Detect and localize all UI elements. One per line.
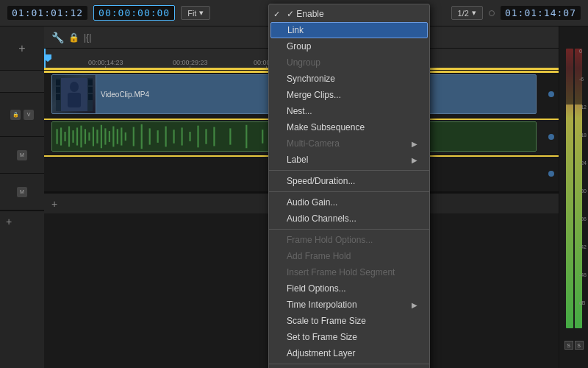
menu-item-ungroup: Ungroup [269,54,429,71]
menu-item-speed-duration[interactable]: Speed/Duration... [269,173,429,189]
svg-rect-39 [213,127,215,146]
svg-rect-28 [125,132,126,141]
svg-rect-30 [141,124,143,149]
track-header-row: + [0,26,44,71]
track-lock-button[interactable]: 🔒 [10,110,21,120]
svg-rect-37 [197,126,198,148]
svg-rect-4 [88,79,93,85]
svg-point-8 [70,82,79,92]
menu-separator-speed-duration [269,191,429,192]
meter-labels: 0 -6 -12 -18 -24 -30 -36 -42 -48 dB [579,49,587,315]
menu-item-audio-channels[interactable]: Audio Channels... [269,210,429,227]
menu-item-label: Label [287,155,308,165]
menu-item-set-to-frame-size[interactable]: Set to Frame Size [269,329,429,345]
svg-rect-19 [88,132,90,141]
svg-rect-27 [121,127,122,145]
menu-item-merge-clips[interactable]: Merge Clips... [269,87,429,103]
context-menu: ✓✓ EnableLinkGroupUngroupSynchronizeMerg… [268,4,430,368]
wrench-icon[interactable]: 🔧 [51,32,64,43]
chevron-down-icon-2: ▾ [472,8,476,18]
svg-rect-14 [68,127,70,147]
menu-item-scale-to-frame-size[interactable]: Scale to Frame Size [269,313,429,329]
menu-item-nest[interactable]: Nest... [269,103,429,119]
meter-label-12: -12 [579,105,587,132]
svg-rect-12 [60,127,62,145]
meter-s-button-right[interactable]: S [575,341,584,350]
menu-item-label: Field Options... [287,283,346,294]
menu-item-label: Insert Frame Hold Segment [287,267,395,277]
menu-item-label: Time Interpolation [287,300,357,310]
svg-rect-5 [88,87,93,93]
meter-label-48: -48 [579,272,587,300]
svg-rect-18 [85,129,86,144]
menu-item-label: Scale to Frame Size [287,316,366,326]
menu-item-label: Ungroup [287,57,320,68]
menu-item-frame-hold-options: Frame Hold Options... [269,232,429,248]
menu-item-label: Multi-Camera [287,138,340,149]
menu-item-time-interpolation[interactable]: Time Interpolation▶ [269,297,429,313]
meter-label-24: -24 [579,160,587,188]
meter-s-button-left[interactable]: S [564,341,573,350]
menu-item-adjustment-layer[interactable]: Adjustment Layer [269,345,429,361]
track-eye-button[interactable]: V [24,110,34,120]
svg-rect-40 [229,128,231,144]
meter-label-0: 0 [579,49,587,77]
a2-track-controls: M [0,174,44,210]
menu-item-audio-gain[interactable]: Audio Gain... [269,194,429,210]
magnet-icon[interactable]: |{| [84,32,91,43]
menu-item-make-subsequence[interactable]: Make Subsequence [269,119,429,135]
chevron-down-icon: ▾ [199,8,204,18]
submenu-arrow-icon: ▶ [412,301,417,309]
v1-track-controls: 🔒 V [0,93,44,137]
menu-item-link[interactable]: Link [270,22,428,38]
svg-rect-26 [117,129,118,144]
add-track-bottom-icon[interactable]: + [51,198,57,210]
menu-item-label: Make Subsequence [287,122,365,132]
meter-bottom-buttons: S S [561,341,587,350]
submenu-arrow-icon: ▶ [412,156,417,164]
svg-rect-29 [133,127,135,146]
submenu-arrow-icon: ▶ [412,140,417,148]
svg-rect-15 [72,130,74,143]
meter-label-30: -30 [579,188,587,216]
svg-rect-34 [173,130,175,144]
menu-item-enable[interactable]: ✓✓ Enable [269,6,429,22]
a1-track-controls: M [0,137,44,174]
add-track-button[interactable]: + [18,42,25,55]
lock-icon[interactable]: 🔒 [68,32,79,43]
audio-track-btn[interactable]: M [17,150,27,160]
svg-rect-36 [189,132,190,141]
menu-item-group[interactable]: Group [269,38,429,54]
menu-item-label: Merge Clips... [287,90,341,100]
svg-rect-17 [80,126,82,148]
timecode-right[interactable]: 01:01:14:07 [501,6,581,20]
audio-meter-panel: 0 -6 -12 -18 -24 -30 -36 -42 -48 dB S S [559,26,588,368]
meter-label-42: -42 [579,244,587,272]
svg-rect-38 [205,129,207,144]
timecode-center[interactable]: 00:00:00:00 [93,5,175,21]
svg-rect-6 [88,94,93,100]
audio-track-btn-2[interactable]: M [17,187,27,197]
add-track-bottom[interactable]: + [0,211,44,232]
meter-label-36: -36 [579,216,587,244]
half-dropdown[interactable]: 1/2 ▾ [451,6,483,20]
menu-item-label[interactable]: Label▶ [269,152,429,168]
track-controls: + 🔒 V M M + [0,26,44,368]
meter-label-6: -6 [579,77,587,105]
meter-label-18: -18 [579,132,587,160]
menu-item-field-options[interactable]: Field Options... [269,280,429,297]
menu-item-label: Adjustment Layer [287,348,355,358]
timecode-left[interactable]: 01:01:01:12 [7,6,87,20]
video-clip-label: VideoClip.MP4 [96,91,154,99]
svg-rect-9 [68,93,81,107]
svg-rect-23 [104,128,106,144]
menu-item-label: ✓ Enable [287,9,324,19]
menu-item-label: Synchronize [287,74,335,84]
svg-rect-35 [181,127,182,145]
svg-rect-2 [56,87,60,93]
menu-separator-audio-channels [269,229,429,230]
svg-rect-11 [56,129,57,144]
menu-item-synchronize[interactable]: Synchronize [269,71,429,87]
record-button[interactable] [489,10,495,16]
fit-dropdown[interactable]: Fit ▾ [181,6,210,20]
